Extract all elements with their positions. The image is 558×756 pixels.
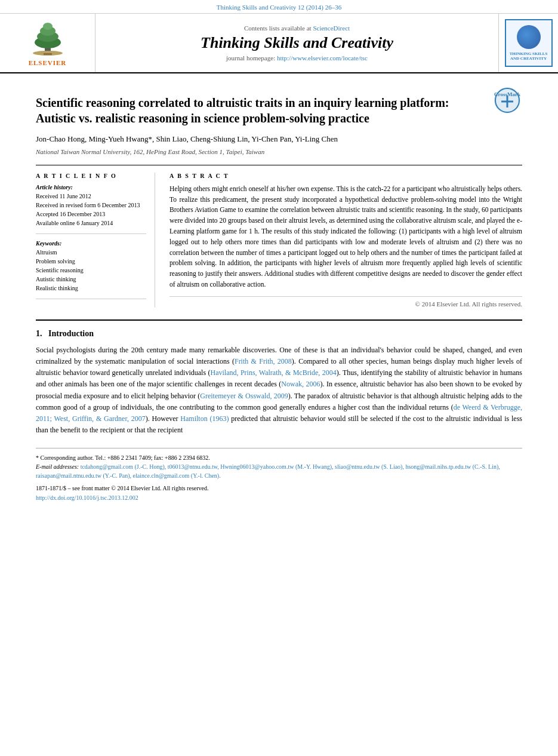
title-area: Scientific reasoning correlated to altru…	[36, 85, 522, 133]
available-date: Available online 6 January 2014	[36, 219, 146, 228]
footnote-section: * Corresponding author. Tel.: +886 2 234…	[36, 448, 522, 502]
introduction-title: 1. Introduction	[36, 329, 522, 339]
keywords-label: Keywords:	[36, 240, 146, 247]
journal-homepage-link[interactable]: http://www.elsevier.com/locate/tsc	[277, 54, 368, 62]
copyright-line: © 2014 Elsevier Ltd. All rights reserved…	[169, 296, 522, 308]
svg-point-4	[43, 23, 53, 30]
accepted-date: Accepted 16 December 2013	[36, 210, 146, 219]
article-history: Article history: Received 11 June 2012 R…	[36, 184, 146, 234]
keywords-section: Keywords: Altruism Problem solving Scien…	[36, 240, 146, 299]
article-info-heading: A R T I C L E I N F O	[36, 173, 146, 179]
article-info-abstract-section: A R T I C L E I N F O Article history: R…	[36, 165, 522, 308]
contents-available-text: Contents lists available at ScienceDirec…	[244, 24, 350, 32]
journal-citation-text: Thinking Skills and Creativity 12 (2014)…	[217, 4, 342, 11]
introduction-body: Social psychologists during the 20th cen…	[36, 345, 522, 437]
keyword-problem-solving: Problem solving	[36, 257, 146, 266]
tsc-logo-text: THINKING SKILLS AND CREATIVITY	[506, 51, 551, 61]
keyword-scientific-reasoning: Scientific reasoning	[36, 266, 146, 275]
intro-p1-cont5: ). However	[146, 414, 181, 423]
issn-section: 1871-1871/$ – see front matter © 2014 El…	[36, 484, 522, 502]
revised-date: Received in revised form 6 December 2013	[36, 201, 146, 210]
ref-hamilton[interactable]: Hamilton (1963)	[180, 414, 229, 423]
abstract-heading: A B S T R A C T	[169, 173, 522, 179]
journal-citation-bar: Thinking Skills and Creativity 12 (2014)…	[0, 0, 558, 14]
elsevier-wordmark: ELSEVIER	[29, 59, 67, 66]
footnote-emails: E-mail addresses: tcdahong@gmail.com (J.…	[36, 462, 522, 480]
elsevier-tree-icon	[21, 20, 75, 56]
doi-link[interactable]: http://dx.doi.org/10.1016/j.tsc.2013.12.…	[36, 494, 138, 501]
authors-text: Jon-Chao Hong, Ming-Yueh Hwang*, Shin Li…	[36, 134, 338, 143]
tsc-logo-box: THINKING SKILLS AND CREATIVITY	[505, 19, 553, 67]
ref-greitemeyer[interactable]: Greitemeyer & Osswald, 2009	[200, 392, 288, 400]
svg-rect-6	[44, 53, 52, 55]
introduction-section: 1. Introduction Social psychologists dur…	[36, 319, 522, 437]
crossmark-icon[interactable]: CrossMark	[492, 85, 522, 115]
elsevier-logo-area: ELSEVIER	[0, 14, 95, 72]
journal-header-center: Contents lists available at ScienceDirec…	[95, 14, 498, 72]
history-label: Article history:	[36, 184, 146, 190]
sciencedirect-link[interactable]: ScienceDirect	[313, 24, 350, 32]
paper-title: Scientific reasoning correlated to altru…	[36, 95, 486, 126]
corresponding-text: * Corresponding author. Tel.: +886 2 234…	[36, 454, 210, 461]
footnote-corresponding: * Corresponding author. Tel.: +886 2 234…	[36, 453, 522, 462]
main-content: Scientific reasoning correlated to altru…	[0, 73, 558, 514]
keyword-realistic: Realistic thinking	[36, 284, 146, 293]
email-label: E-mail addresses:	[36, 463, 79, 470]
tsc-logo-area: THINKING SKILLS AND CREATIVITY	[498, 14, 558, 72]
authors: Jon-Chao Hong, Ming-Yueh Hwang*, Shin Li…	[36, 133, 522, 146]
article-info-column: A R T I C L E I N F O Article history: R…	[36, 173, 155, 308]
ref-frith[interactable]: Frith & Frith, 2008	[235, 357, 292, 365]
ref-nowak[interactable]: Nowak, 2006	[281, 380, 320, 388]
abstract-text: Helping others might enrich oneself at h…	[169, 184, 522, 290]
email-addresses[interactable]: tcdahong@gmail.com (J.-C. Hong), t06013@…	[36, 463, 500, 479]
issn-text: 1871-1871/$ – see front matter © 2014 El…	[36, 484, 522, 493]
tsc-logo-circle-icon	[517, 25, 541, 49]
abstract-column: A B S T R A C T Helping others might enr…	[167, 173, 522, 308]
journal-title: Thinking Skills and Creativity	[201, 34, 393, 52]
journal-header: ELSEVIER Contents lists available at Sci…	[0, 14, 558, 73]
section-title: Introduction	[48, 329, 94, 338]
received-date: Received 11 June 2012	[36, 192, 146, 201]
keyword-altruism: Altruism	[36, 248, 146, 257]
affiliation: National Taiwan Normal University, 162, …	[36, 148, 522, 155]
section-number: 1.	[36, 329, 42, 338]
ref-haviland[interactable]: Haviland, Prins, Walrath, & McBride, 200…	[210, 368, 336, 377]
keyword-autistic: Autistic thinking	[36, 275, 146, 284]
journal-homepage: journal homepage: http://www.elsevier.co…	[226, 54, 368, 62]
